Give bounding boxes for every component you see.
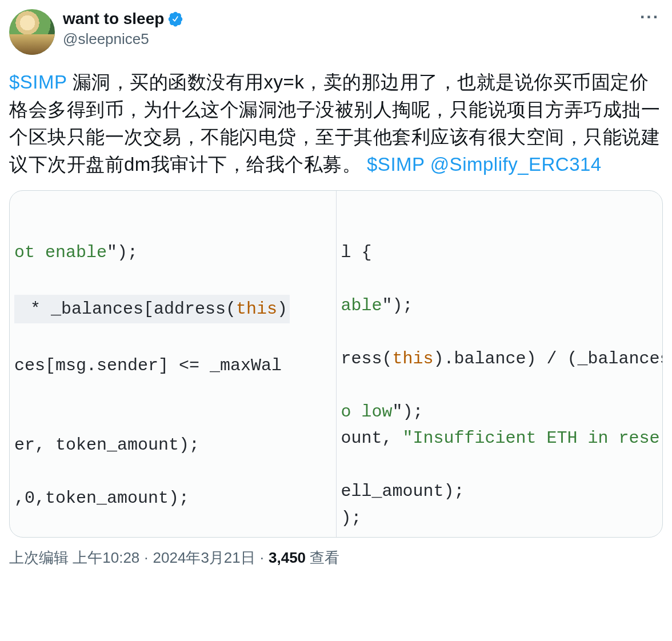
tweet-header: want to sleep @sleepnice5 ··· (9, 9, 663, 55)
tweet-date[interactable]: 2024年3月21日 (153, 548, 255, 568)
code-pane-right: l { able"); ress(this).balance) / (_bala… (337, 191, 663, 537)
more-options-button[interactable]: ··· (637, 9, 663, 31)
verified-badge-icon (167, 11, 183, 27)
author-block[interactable]: want to sleep @sleepnice5 (63, 9, 637, 49)
author-handle: @sleepnice5 (63, 30, 637, 49)
views-count[interactable]: 3,450 查看 (269, 548, 339, 568)
tweet-text: $SIMP 漏洞，买的函数没有用xy=k，卖的那边用了，也就是说你买币固定价格会… (9, 69, 663, 178)
author-display-name: want to sleep (63, 9, 164, 29)
cashtag-link[interactable]: $SIMP (9, 71, 67, 93)
attached-image[interactable]: ot enable"); * _balances[address(this) c… (9, 190, 663, 538)
cashtag-link[interactable]: $SIMP (367, 154, 425, 175)
last-edited-label[interactable]: 上次编辑 上午10:28 (9, 548, 139, 568)
code-pane-left: ot enable"); * _balances[address(this) c… (10, 191, 337, 537)
avatar[interactable] (9, 9, 55, 55)
mention-link[interactable]: @Simplify_ERC314 (430, 154, 602, 175)
tweet-container: want to sleep @sleepnice5 ··· $SIMP 漏洞，买… (0, 0, 672, 572)
tweet-meta: 上次编辑 上午10:28 · 2024年3月21日 · 3,450 查看 (9, 548, 663, 568)
